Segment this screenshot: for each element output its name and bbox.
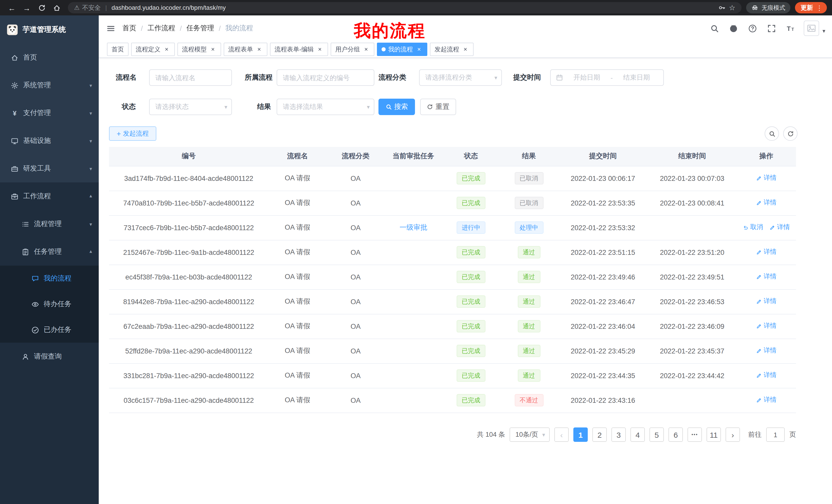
cancel-link[interactable]: 取消 bbox=[743, 223, 763, 232]
tab-close-icon[interactable]: × bbox=[316, 46, 323, 53]
page-button-3[interactable]: 3 bbox=[612, 427, 626, 442]
tab-process-form[interactable]: 流程表单× bbox=[224, 43, 267, 56]
page-button-2[interactable]: 2 bbox=[592, 427, 607, 442]
browser-toolbar: ← → ⚠不安全 | dashboard.yudao.iocoder.cn/bp… bbox=[0, 0, 832, 16]
page-jump-input[interactable] bbox=[766, 427, 785, 442]
status-select[interactable]: 请选择状态 ▾ bbox=[149, 99, 232, 115]
tab-process-definition[interactable]: 流程定义× bbox=[131, 43, 175, 56]
help-icon[interactable] bbox=[747, 23, 758, 34]
tab-close-icon[interactable]: × bbox=[256, 46, 263, 53]
tab-label: 流程模型 bbox=[182, 45, 207, 54]
tab-user-group[interactable]: 用户分组× bbox=[331, 43, 374, 56]
cell-result: 已取消 bbox=[500, 166, 558, 191]
avatar-caret-icon[interactable]: ▾ bbox=[823, 28, 825, 34]
detail-link[interactable]: 详情 bbox=[756, 396, 777, 404]
app-logo[interactable]: 芋道管理系统 bbox=[0, 16, 99, 44]
font-size-icon[interactable]: TT bbox=[785, 23, 796, 34]
page-button-4[interactable]: 4 bbox=[630, 427, 645, 442]
address-bar[interactable]: ⚠不安全 | dashboard.yudao.iocoder.cn/bpm/ta… bbox=[68, 2, 742, 13]
current-task-link[interactable]: 一级审批 bbox=[399, 223, 427, 232]
submit-time-range-picker[interactable]: 开始日期 - 结束日期 bbox=[550, 69, 664, 86]
detail-link[interactable]: 详情 bbox=[756, 346, 777, 355]
process-id-input[interactable] bbox=[277, 69, 374, 86]
cell-id: 52ffd28e-7b9a-11ec-a290-acde48001122 bbox=[109, 339, 268, 363]
tab-close-icon[interactable]: × bbox=[363, 46, 370, 53]
password-key-icon[interactable] bbox=[719, 4, 726, 11]
start-process-button[interactable]: + 发起流程 bbox=[109, 127, 156, 141]
tab-close-icon[interactable]: × bbox=[209, 46, 216, 53]
sidebar-item-done-task[interactable]: 已办任务 bbox=[0, 317, 99, 343]
tab-close-icon[interactable]: × bbox=[415, 46, 423, 53]
detail-link[interactable]: 详情 bbox=[769, 223, 790, 232]
page-size-select[interactable]: 10条/页 ▾ bbox=[510, 427, 550, 442]
bookmark-star-icon[interactable]: ☆ bbox=[729, 4, 735, 12]
browser-back-icon[interactable]: ← bbox=[5, 1, 19, 15]
process-name-input[interactable] bbox=[149, 69, 232, 86]
filter-category-label: 流程分类 bbox=[379, 69, 406, 86]
tab-process-form-edit[interactable]: 流程表单-编辑× bbox=[270, 43, 328, 56]
browser-home-icon[interactable] bbox=[50, 1, 63, 15]
start-date-input[interactable]: 开始日期 bbox=[565, 73, 608, 82]
search-icon[interactable] bbox=[709, 23, 720, 34]
tab-start-process[interactable]: 发起流程× bbox=[430, 43, 474, 56]
page-button-11[interactable]: 11 bbox=[706, 427, 721, 442]
detail-link[interactable]: 详情 bbox=[756, 199, 777, 207]
tab-close-icon[interactable]: × bbox=[163, 46, 170, 53]
tab-my-process[interactable]: 我的流程× bbox=[377, 43, 427, 56]
page-button-1[interactable]: 1 bbox=[573, 427, 588, 442]
fullscreen-icon[interactable] bbox=[766, 23, 777, 34]
sidebar-item-infrastructure[interactable]: 基础设施▾ bbox=[0, 127, 99, 155]
breadcrumb-item[interactable]: 任务管理 bbox=[186, 24, 214, 33]
security-warning[interactable]: ⚠不安全 bbox=[74, 3, 101, 12]
sidebar-item-task-manage[interactable]: 任务管理▾ bbox=[0, 238, 99, 265]
detail-link[interactable]: 详情 bbox=[756, 297, 777, 306]
reset-button[interactable]: 重置 bbox=[420, 99, 456, 115]
detail-link[interactable]: 详情 bbox=[756, 371, 777, 380]
browser-forward-icon[interactable]: → bbox=[20, 1, 33, 15]
cell-category: OA bbox=[327, 264, 385, 289]
sidebar-item-process-manage[interactable]: 流程管理▾ bbox=[0, 210, 99, 238]
page-ellipsis[interactable]: ••• bbox=[687, 427, 702, 442]
table-search-icon[interactable] bbox=[765, 127, 779, 141]
search-button[interactable]: 搜索 bbox=[379, 99, 415, 115]
browser-reload-icon[interactable] bbox=[35, 1, 48, 15]
result-tag: 通过 bbox=[518, 320, 540, 332]
tab-close-icon[interactable]: × bbox=[462, 46, 469, 53]
detail-link[interactable]: 详情 bbox=[756, 273, 777, 281]
detail-link[interactable]: 详情 bbox=[756, 174, 777, 183]
breadcrumb-item[interactable]: 工作流程 bbox=[148, 24, 175, 33]
github-icon[interactable] bbox=[728, 23, 739, 34]
sidebar-item-home[interactable]: 首页 bbox=[0, 44, 99, 72]
detail-link[interactable]: 详情 bbox=[756, 322, 777, 331]
cell-current-task bbox=[385, 191, 442, 215]
content-area: 流程名 所属流程 流程分类 请选择流程分类 ▾ 提交时间 开始日期 - 结束日期… bbox=[99, 58, 832, 504]
category-select[interactable]: 请选择流程分类 ▾ bbox=[419, 69, 502, 86]
breadcrumb-item[interactable]: 首页 bbox=[122, 24, 136, 33]
sidebar-item-my-process[interactable]: 我的流程 bbox=[0, 265, 99, 291]
tab-process-model[interactable]: 流程模型× bbox=[177, 43, 221, 56]
prev-page-button[interactable]: ‹ bbox=[554, 427, 569, 442]
sidebar-item-system-manage[interactable]: 系统管理▾ bbox=[0, 72, 99, 99]
browser-menu-icon[interactable]: ⋮ bbox=[814, 4, 824, 11]
tab-home[interactable]: 首页 bbox=[107, 43, 129, 56]
page-button-6[interactable]: 6 bbox=[669, 427, 683, 442]
user-avatar[interactable] bbox=[804, 21, 820, 36]
sidebar-item-todo-task[interactable]: 待办任务 bbox=[0, 291, 99, 317]
end-date-input[interactable]: 结束日期 bbox=[615, 73, 658, 82]
sidebar-item-leave-query[interactable]: 请假查询 bbox=[0, 343, 99, 370]
sidebar-item-workflow[interactable]: 工作流程▾ bbox=[0, 183, 99, 210]
process-id-input-field[interactable] bbox=[277, 70, 374, 85]
sidebar-item-payment-manage[interactable]: ¥支付管理▾ bbox=[0, 99, 99, 127]
result-select[interactable]: 请选择流结果 ▾ bbox=[277, 99, 374, 115]
detail-link[interactable]: 详情 bbox=[756, 248, 777, 257]
table-refresh-icon[interactable] bbox=[783, 127, 798, 141]
process-name-input-field[interactable] bbox=[150, 70, 231, 85]
column-header: 提交时间 bbox=[558, 147, 648, 166]
sidebar-item-dev-tools[interactable]: 研发工具▾ bbox=[0, 155, 99, 183]
update-button[interactable]: 更新 ⋮ bbox=[795, 2, 827, 13]
next-page-button[interactable]: › bbox=[726, 427, 740, 442]
page-url[interactable]: dashboard.yudao.iocoder.cn/bpm/task/my bbox=[111, 4, 226, 11]
page-button-5[interactable]: 5 bbox=[649, 427, 664, 442]
page-size-value: 10条/页 bbox=[516, 430, 538, 439]
sidebar-toggle-icon[interactable] bbox=[99, 16, 122, 41]
